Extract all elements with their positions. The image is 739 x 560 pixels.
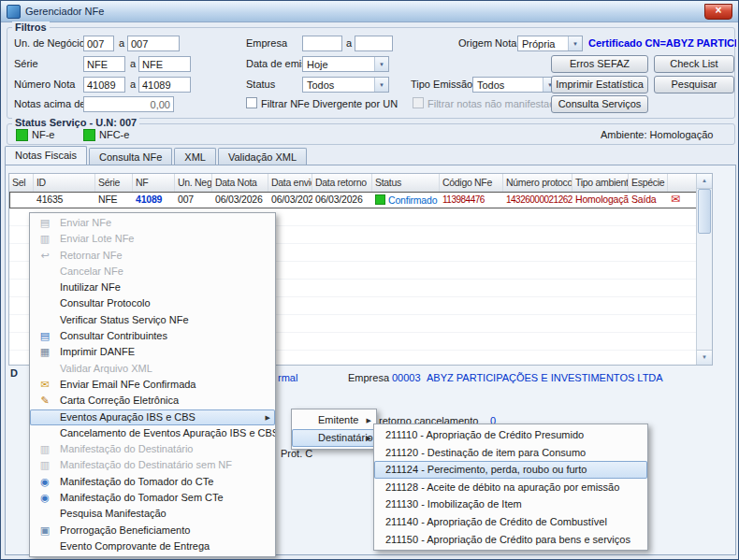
row-cell: 06/03/2026 [268,192,312,208]
column-header[interactable]: NF [133,174,175,192]
context-menu-item[interactable]: Evento Comprovante de Entrega [30,538,275,554]
filtrar-divergente-label: Filtrar NFe Divergente por UN [261,98,398,109]
tipo-emissao-select[interactable]: Todos ▼ [472,77,558,93]
context-menu-item[interactable]: Pesquisa Manifestação [30,506,275,522]
vertical-scrollbar[interactable]: ▲ ▼ [696,174,712,365]
column-header[interactable]: Status [372,174,440,192]
check-list-button[interactable]: Check List [654,55,734,73]
serie-to-input[interactable]: NFE [138,56,191,72]
manifestacao-icon: ▥ [36,457,53,473]
cte-icon: ◉ [36,490,53,506]
row-cell: 41635 [34,192,95,208]
tab-valida-o-xml[interactable]: Validação XML [218,148,307,165]
column-header[interactable]: Data Nota [212,174,268,192]
manifestacao-icon: ▥ [36,441,53,457]
context-menu-item[interactable]: ▦Imprimir DANFE [30,344,275,360]
column-header[interactable]: Data envio [268,174,312,192]
column-header[interactable]: Espécie [629,174,668,192]
submenu-item[interactable]: 211128 - Aceite de débito na apuração po… [374,479,647,496]
column-header[interactable]: Data retorno [312,174,372,192]
data-emissao-select[interactable]: Hoje ▼ [302,56,389,72]
status-select[interactable]: Todos ▼ [302,77,389,93]
numero-nota-from-input[interactable]: 41089 [83,77,125,93]
context-menu-item[interactable]: Eventos Apuração IBS e CBS▶ [30,409,275,425]
row-cell: 06/03/2026 [312,192,372,208]
column-header[interactable]: Tipo ambiente [572,174,629,192]
chevron-down-icon[interactable]: ▼ [374,78,388,92]
context-menu-item[interactable]: ▥Manifestação do Destinatário [30,441,275,457]
send-nfe-icon: ▤ [36,215,53,231]
submenu-item[interactable]: 211140 - Apropriação de Crédito de Combu… [374,513,647,531]
column-header[interactable]: Código NFe [440,174,503,192]
nfe-status-square [16,129,28,141]
notas-acima-label: Notas acima de [14,98,85,109]
erros-sefaz-button[interactable]: Erros SEFAZ [551,55,648,73]
context-menu-item[interactable]: ◉Manifestação do Tomador Sem CTe [30,490,275,506]
red-mail-icon: ✉ [671,193,680,206]
tab-xml[interactable]: XML [174,148,216,165]
status-label: Status [246,79,275,90]
chevron-down-icon[interactable]: ▼ [374,57,388,71]
context-menu-item[interactable]: ▥Manifestação do Destinatário sem NF [30,457,275,473]
submenu-item[interactable]: 211150 - Apropriação de Crédito para ben… [374,531,647,549]
submenu-arrow-icon: ▶ [367,429,371,447]
certificado-text: Certificado CN=ABYZ PARTICIPACOES E INVE… [588,37,736,49]
column-header[interactable]: ID [34,174,95,192]
table-row[interactable]: 41635NFE4108900706/03/202606/03/202606/0… [9,192,697,208]
column-header[interactable]: Un. Neg. [175,174,212,192]
range-separator: a [130,79,136,90]
consulta-servicos-button[interactable]: Consulta Serviços [551,95,648,113]
context-menu-item[interactable]: Validar Arquivo XML [30,361,275,377]
context-menu-item[interactable]: ✉Enviar Email NFe Confirmada [30,377,275,393]
context-menu-item[interactable]: ◉Manifestação do Tomador do CTe [30,474,275,490]
close-button[interactable]: × [704,4,732,20]
column-header[interactable]: Série [95,174,133,192]
row-cell: Homologação [572,192,629,208]
origem-nota-select[interactable]: Própria ▼ [517,36,583,51]
chevron-down-icon[interactable]: ▼ [568,36,582,50]
filtrar-nao-manifestadas-label: Filtrar notas não manifestadas [427,98,566,109]
imprimir-estatistica-button[interactable]: Imprimir Estatística [551,76,648,93]
tab-notas-fiscais[interactable]: Notas Fiscais [5,146,87,165]
submenu-item[interactable]: 211120 - Destinação de item para Consumo [374,444,647,462]
tab-consulta-nfe[interactable]: Consulta NFe [89,148,172,165]
submenu-item[interactable]: 211124 - Perecimento, perda, roubo ou fu… [374,461,647,479]
column-header[interactable] [668,174,699,192]
submenu-item[interactable]: Emitente▶ [292,411,376,429]
row-cell: NFE [95,192,133,208]
context-menu-item[interactable]: ↩Retornar NFe [30,248,275,264]
submenu-item[interactable]: 211130 - Imobilização de Item [374,495,647,513]
numero-nota-to-input[interactable]: 41089 [138,77,191,93]
filtrar-divergente-checkbox[interactable] [246,97,257,108]
context-menu-item[interactable]: Inutilizar NFe [30,280,275,295]
row-cell: 007 [175,192,212,208]
empresa-from-input[interactable] [302,36,342,51]
notas-acima-input[interactable]: 0,00 [83,96,174,112]
context-menu-item[interactable]: ✎Carta Correção Eletrônica [30,393,275,409]
nfe-status-label: NF-e [32,129,54,140]
context-menu-item[interactable]: ▥Enviar Lote NFe [30,231,275,247]
column-header[interactable]: Sel [9,174,34,192]
empresa-to-input[interactable] [355,36,393,51]
scroll-up-icon[interactable]: ▲ [697,174,712,189]
column-header[interactable]: Número protocolo [503,174,572,192]
submenu-item[interactable]: 211110 - Apropriação de Crédito Presumid… [374,426,647,444]
contribuintes-icon: ▤ [36,328,53,344]
submenu-item[interactable]: Destinatário▶ [292,429,376,447]
destinatario-submenu: 211110 - Apropriação de Crédito Presumid… [373,424,648,551]
context-menu-item[interactable]: Verificar Status Serviço NFe [30,312,275,328]
context-menu-item[interactable]: ▣Prorrogação Beneficiamento [30,523,275,538]
un-negocio-from-input[interactable]: 007 [83,36,114,51]
window-title: Gerenciador NFe [25,6,104,17]
context-menu-item[interactable]: Cancelar NFe [30,264,275,280]
scrollbar-thumb[interactable] [698,189,711,234]
context-menu-item[interactable]: ▤Enviar NFe [30,215,275,231]
un-negocio-to-input[interactable]: 007 [127,36,180,51]
context-menu-item[interactable]: Consultar Protocolo [30,295,275,311]
context-menu-item[interactable]: Cancelamento de Eventos Apuração IBS e C… [30,425,275,441]
serie-from-input[interactable]: NFE [83,56,125,72]
status-green-square [375,194,385,205]
context-menu-item[interactable]: ▤Consultar Contribuintes [30,328,275,344]
pesquisar-button[interactable]: Pesquisar [654,76,734,93]
scroll-down-icon[interactable]: ▼ [697,350,712,365]
